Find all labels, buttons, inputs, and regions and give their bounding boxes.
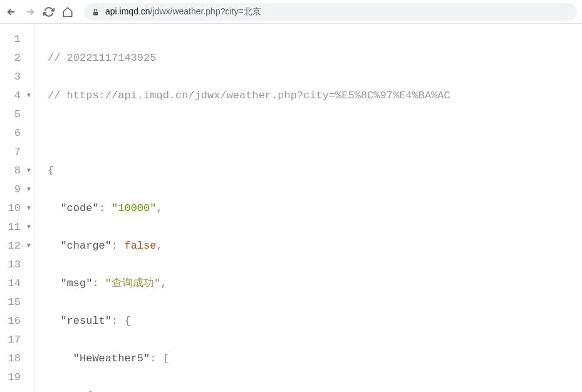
line-number: 6 [14,127,21,139]
line-number: 9 [14,183,21,195]
forward-button[interactable] [24,6,36,18]
line-number: 3 [14,71,21,83]
json-key: "code" [60,202,98,214]
json-viewer: 1 2 3 4▼ 5 6 7 8▼ 9▼ 10▼ 11▼ 12▼ 13 14 1… [0,24,582,392]
comment-line: // https://api.imqd.cn/jdwx/weather.php?… [48,90,450,101]
line-number: 13 [8,259,21,271]
json-value: false [124,240,156,252]
back-button[interactable] [5,6,18,18]
line-gutter: 1 2 3 4▼ 5 6 7 8▼ 9▼ 10▼ 11▼ 12▼ 13 14 1… [0,24,35,392]
line-number: 14 [8,277,21,289]
fold-marker[interactable]: ▼ [24,237,31,255]
line-number: 2 [14,52,21,64]
line-number: 17 [8,334,21,346]
code-area[interactable]: // 20221117143925 // https://api.imqd.cn… [35,24,450,392]
browser-toolbar: api.imqd.cn/jdwx/weather.php?city=北京 [0,0,582,24]
url-text: api.imqd.cn/jdwx/weather.php?city=北京 [105,6,261,18]
home-button[interactable] [61,6,74,18]
json-value: "10000" [112,202,156,214]
line-number: 15 [8,296,21,308]
json-value: "查询成功" [105,277,160,289]
line-number: 11 [8,221,21,233]
json-key: "charge" [60,240,112,252]
line-number: 4 [14,90,21,101]
address-bar[interactable]: api.imqd.cn/jdwx/weather.php?city=北京 [84,3,577,21]
line-number: 18 [8,353,21,364]
comment-line: // 20221117143925 [48,52,156,64]
fold-marker[interactable]: ▼ [24,162,31,180]
lock-icon [91,8,100,16]
json-key: "msg" [60,277,92,289]
line-number: 16 [8,315,21,327]
fold-marker[interactable]: ▼ [24,218,31,237]
line-number: 12 [8,240,21,252]
fold-marker[interactable]: ▼ [24,180,31,199]
line-number: 7 [14,146,21,158]
svg-rect-0 [93,11,98,14]
json-key: "result" [60,315,112,327]
fold-marker[interactable]: ▼ [24,86,31,105]
line-number: 10 [8,202,21,214]
fold-marker[interactable]: ▼ [24,199,31,218]
line-number: 5 [14,108,21,120]
json-key: "HeWeather5" [73,353,150,364]
reload-button[interactable] [43,6,55,18]
line-number: 8 [14,165,21,177]
line-number: 19 [8,371,21,383]
line-number: 1 [14,33,21,45]
